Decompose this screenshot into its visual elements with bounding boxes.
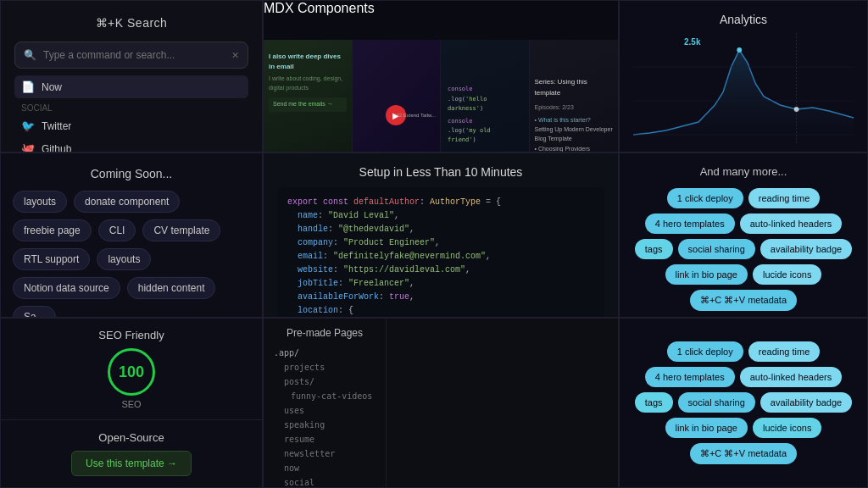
tag-hero-templates[interactable]: 4 hero templates xyxy=(645,214,735,234)
tag-br-avail[interactable]: availability badge xyxy=(760,392,852,413)
tag-br-social[interactable]: social sharing xyxy=(678,392,755,413)
seo-title: SEO Friendly xyxy=(98,329,164,341)
seo-label: SEO xyxy=(121,399,141,409)
setup-title: Setup in Less Than 10 Minutes xyxy=(277,165,604,179)
tag-lucide-icons[interactable]: lucide icons xyxy=(753,264,821,285)
oss-section: Open-Source Use this template → xyxy=(1,420,262,487)
search-input[interactable] xyxy=(43,49,225,61)
tag-cli: CLI xyxy=(98,219,136,241)
dir-now: now xyxy=(274,461,376,475)
tag-donate: donate component xyxy=(74,191,180,213)
coming-soon-panel: Coming Soon... layouts donate component … xyxy=(0,152,263,318)
github-icon: 🐙 xyxy=(21,142,35,152)
tag-br-1click[interactable]: 1 click deploy xyxy=(667,341,743,362)
tag-br-hero[interactable]: 4 hero templates xyxy=(645,367,735,387)
setup-panel: Setup in Less Than 10 Minutes export con… xyxy=(263,152,619,318)
dir-speaking: speaking xyxy=(274,418,376,432)
tag-layouts2: layouts xyxy=(97,248,151,270)
seo-score-circle: 100 xyxy=(108,348,155,396)
search-results: 📄 Now social 🐦 Twitter 🐙 Github Theme xyxy=(14,75,248,152)
mdx-screen-4: Series: Using this template Episodes: 2/… xyxy=(530,40,619,152)
many-more-panel: And many more... 1 click deploy reading … xyxy=(619,152,868,318)
search-title: ⌘+K Search xyxy=(96,16,168,30)
tag-layouts: layouts xyxy=(13,191,67,213)
tag-freebie: freebie page xyxy=(13,219,92,241)
now-icon: 📄 xyxy=(21,80,35,93)
close-icon[interactable]: ✕ xyxy=(231,50,239,61)
tag-br-link[interactable]: link in bio page xyxy=(665,418,748,438)
chart-peak-dot xyxy=(737,47,742,53)
series-title: Series: Using this template xyxy=(535,77,614,99)
oss-title: Open-Source xyxy=(98,431,164,444)
code-preview: console .log('hello darkness') console .… xyxy=(441,78,529,152)
spacer xyxy=(387,319,618,488)
extend-label: #2 Extend Tailw... xyxy=(396,113,436,118)
tag-notion: Notion data source xyxy=(13,277,120,299)
dir-newsletter: newsletter xyxy=(274,446,376,461)
bottom-tags: 1 click deploy reading time 4 hero templ… xyxy=(630,341,857,464)
top-half: Pre-made Pages .app/ projects posts/ fun… xyxy=(264,319,618,488)
twitter-label: Twitter xyxy=(42,120,71,132)
tag-rtl: RTL support xyxy=(13,248,90,270)
search-result-github[interactable]: 🐙 Github xyxy=(14,137,248,152)
search-result-twitter[interactable]: 🐦 Twitter xyxy=(14,114,248,137)
tag-br-auto[interactable]: auto-linked headers xyxy=(740,367,843,387)
now-label: Now xyxy=(42,81,62,93)
use-template-button[interactable]: Use this template → xyxy=(71,451,192,476)
social-section-label: social xyxy=(14,98,248,114)
search-result-now[interactable]: 📄 Now xyxy=(14,75,248,98)
mdx-panel: MDX Components I also write deep dives i… xyxy=(263,0,619,152)
analytics-panel: Analytics 2.5k xyxy=(619,0,868,152)
tag-link-in-bio[interactable]: link in bio page xyxy=(665,264,748,285)
analytics-title: Analytics xyxy=(633,13,854,26)
dir-resume: resume xyxy=(274,432,376,446)
premade-section: Pre-made Pages .app/ projects posts/ fun… xyxy=(264,319,387,488)
more-tags-panel: 1 click deploy reading time 4 hero templ… xyxy=(619,318,868,488)
analytics-peak-label: 2.5k xyxy=(684,37,700,47)
seo-section: SEO Friendly 100 SEO xyxy=(1,319,262,420)
tag-sa: Sa... xyxy=(13,306,56,318)
svg-point-1 xyxy=(794,107,799,112)
tag-metadata[interactable]: ⌘+C ⌘+V metadata xyxy=(690,290,797,311)
coming-soon-tags: layouts donate component freebie page CL… xyxy=(13,191,250,318)
mdx-screen-1: I also write deep dives in email I write… xyxy=(264,40,353,152)
tag-tags[interactable]: tags xyxy=(635,239,673,259)
use-template-label: Use this template → xyxy=(86,458,177,469)
premade-title: Pre-made Pages xyxy=(274,327,376,339)
feature-tags-container: 1 click deploy reading time 4 hero templ… xyxy=(630,188,857,311)
search-icon: 🔍 xyxy=(24,49,36,61)
dir-social: social xyxy=(274,475,376,488)
setup-code-block: export const defaultAuthor: AuthorType =… xyxy=(277,187,604,318)
twitter-icon: 🐦 xyxy=(21,119,35,132)
tag-br-meta[interactable]: ⌘+C ⌘+V metadata xyxy=(690,443,797,464)
file-tree: .app/ projects posts/ funny-cat-videos u… xyxy=(274,346,376,488)
seo-oss-panel: SEO Friendly 100 SEO Open-Source Use thi… xyxy=(0,318,263,488)
screen1-text: I also write deep dives in email I write… xyxy=(269,45,347,112)
dir-uses: uses xyxy=(274,403,376,418)
tag-br-tags[interactable]: tags xyxy=(635,392,673,413)
tag-reading-time[interactable]: reading time xyxy=(748,188,821,208)
tag-hidden: hidden content xyxy=(127,277,216,299)
search-box[interactable]: 🔍 ✕ xyxy=(14,42,248,69)
dir-app: .app/ xyxy=(274,346,376,360)
analytics-svg xyxy=(633,33,854,143)
tag-auto-linked-headers[interactable]: auto-linked headers xyxy=(740,214,843,234)
github-label: Github xyxy=(42,143,71,153)
tag-social-sharing[interactable]: social sharing xyxy=(678,239,755,259)
dir-posts: posts/ xyxy=(274,374,376,389)
analytics-chart: 2.5k xyxy=(633,33,854,143)
dir-funny-cat: funny-cat-videos xyxy=(274,389,376,403)
dir-projects: projects xyxy=(274,360,376,374)
mdx-title: MDX Components xyxy=(264,1,618,16)
bottom-right-area: 1 click deploy reading time 4 hero templ… xyxy=(630,327,857,479)
mdx-screen-3: console .log('hello darkness') console .… xyxy=(441,40,530,152)
tag-1click-deploy[interactable]: 1 click deploy xyxy=(667,188,743,208)
coming-soon-title: Coming Soon... xyxy=(13,167,250,180)
seo-score-value: 100 xyxy=(119,363,144,381)
premade-built-panel: Pre-made Pages .app/ projects posts/ fun… xyxy=(263,318,619,488)
many-more-title: And many more... xyxy=(630,165,857,178)
tag-br-reading[interactable]: reading time xyxy=(748,341,821,362)
tag-availability-badge[interactable]: availability badge xyxy=(760,239,852,259)
tag-br-lucide[interactable]: lucide icons xyxy=(753,418,821,438)
mdx-screen-2: ▶ GLASSMORPHISM WITH TAILWIND CSS #2 Ext… xyxy=(353,40,442,152)
